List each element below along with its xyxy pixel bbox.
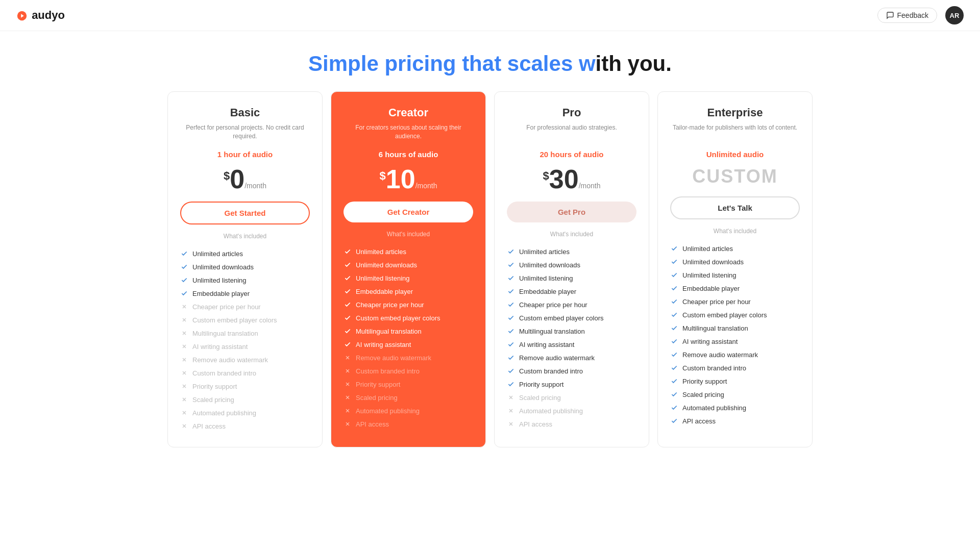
check-icon-white	[344, 314, 352, 322]
feature-text: Cheaper price per hour	[682, 298, 751, 306]
feature-text: Unlimited articles	[519, 248, 570, 256]
plan-period: /month	[244, 182, 266, 190]
plan-period: /month	[415, 182, 437, 190]
feature-text: Remove audio watermark	[519, 354, 595, 362]
feature-item: API access	[507, 417, 636, 431]
feature-item: Multilingual translation	[344, 324, 473, 338]
feature-list-enterprise: Unlimited articlesUnlimited downloadsUnl…	[670, 242, 800, 428]
plan-btn-basic[interactable]: Get Started	[180, 202, 310, 224]
feature-text: Custom branded intro	[519, 367, 583, 375]
feature-item: Embeddable player	[344, 285, 473, 298]
feature-text-white: Custom embed player colors	[356, 314, 440, 322]
plan-btn-creator[interactable]: Get Creator	[344, 202, 473, 222]
plan-audio-basic: 1 hour of audio	[180, 150, 310, 159]
cross-icon	[180, 316, 188, 324]
check-icon-blue	[507, 274, 515, 282]
check-icon-white	[344, 287, 352, 295]
check-icon-blue	[507, 287, 515, 295]
check-icon-blue	[507, 314, 515, 322]
check-icon-blue	[670, 417, 678, 425]
feature-item: Unlimited downloads	[344, 258, 473, 271]
feature-text: Custom branded intro	[682, 364, 746, 372]
feature-text: Unlimited downloads	[519, 261, 580, 269]
plan-name-pro: Pro	[507, 106, 636, 119]
feature-text-disabled: Scaled pricing	[356, 394, 398, 402]
check-icon-white	[344, 340, 352, 348]
check-icon-blue	[670, 404, 678, 412]
feature-item: Scaled pricing	[180, 393, 310, 406]
header-right: Feedback AR	[877, 6, 964, 24]
plan-name-basic: Basic	[180, 106, 310, 119]
feature-text: Automated publishing	[682, 404, 746, 412]
plan-btn-enterprise[interactable]: Let's Talk	[670, 196, 800, 219]
cross-icon	[507, 420, 515, 428]
feature-item: AI writing assistant	[180, 340, 310, 353]
plan-amount: 0	[230, 164, 244, 194]
avatar[interactable]: AR	[945, 6, 964, 24]
check-icon-blue	[670, 311, 678, 319]
plan-desc-enterprise: Tailor-made for publishers with lots of …	[670, 123, 800, 142]
cross-icon	[180, 303, 188, 311]
feature-text: API access	[682, 417, 716, 425]
cross-icon	[507, 407, 515, 415]
feature-item: Unlimited listening	[180, 273, 310, 287]
feature-text: Remove audio watermark	[682, 351, 758, 359]
plan-btn-pro[interactable]: Get Pro	[507, 202, 636, 222]
check-icon-blue	[180, 263, 188, 271]
feature-text: AI writing assistant	[682, 338, 738, 345]
feature-text: Scaled pricing	[682, 391, 724, 398]
feature-text-white: Unlimited articles	[356, 248, 406, 256]
plan-currency: $	[380, 169, 386, 182]
feature-item: AI writing assistant	[670, 335, 800, 348]
feature-text-disabled: API access	[192, 422, 226, 430]
cross-icon	[180, 382, 188, 390]
cross-icon	[344, 420, 352, 428]
feature-item: API access	[344, 417, 473, 431]
plan-card-enterprise: EnterpriseTailor-made for publishers wit…	[657, 91, 813, 447]
feature-item: Unlimited articles	[344, 245, 473, 258]
feature-item: Custom branded intro	[670, 361, 800, 374]
check-icon-blue	[670, 244, 678, 253]
feature-text-white: Cheaper price per hour	[356, 301, 424, 309]
feature-item: Multilingual translation	[507, 324, 636, 338]
plan-period: /month	[579, 182, 601, 190]
check-icon-white	[344, 274, 352, 282]
feature-item: Custom embed player colors	[180, 313, 310, 327]
feature-text-white: Unlimited downloads	[356, 261, 417, 269]
feedback-button[interactable]: Feedback	[877, 8, 937, 23]
feature-text-disabled: AI writing assistant	[192, 343, 248, 350]
feature-item: Cheaper price per hour	[670, 295, 800, 308]
feature-item: Unlimited articles	[180, 247, 310, 260]
page-title: Simple pricing that scales with you.	[0, 31, 980, 91]
feature-text: Cheaper price per hour	[519, 301, 587, 309]
cross-icon	[507, 393, 515, 402]
feature-text: Unlimited listening	[519, 274, 573, 282]
feature-text-white: AI writing assistant	[356, 341, 411, 348]
feedback-icon	[886, 11, 894, 19]
cross-icon	[180, 409, 188, 417]
feature-item: Multilingual translation	[180, 327, 310, 340]
feature-item: Custom embed player colors	[344, 311, 473, 324]
feature-text: Multilingual translation	[682, 324, 748, 332]
check-icon-blue	[507, 327, 515, 335]
feature-text: Priority support	[519, 381, 564, 388]
check-icon-blue	[180, 249, 188, 258]
feature-text: Embeddable player	[682, 285, 740, 292]
feature-item: API access	[180, 419, 310, 433]
cross-icon	[180, 422, 188, 430]
feature-text-disabled: Custom embed player colors	[192, 316, 277, 324]
plan-card-creator: CreatorFor creators serious about scalin…	[331, 91, 486, 447]
feature-text-disabled: Remove audio watermark	[192, 356, 268, 364]
feature-item: Multilingual translation	[670, 321, 800, 335]
feature-text-disabled: Automated publishing	[356, 407, 420, 415]
feature-item: AI writing assistant	[507, 338, 636, 351]
feature-item: Custom embed player colors	[507, 311, 636, 324]
feature-text-white: Multilingual translation	[356, 328, 422, 335]
check-icon-blue	[507, 300, 515, 309]
check-icon-white	[344, 247, 352, 256]
feature-item: Custom embed player colors	[670, 308, 800, 321]
feature-text-disabled: Multilingual translation	[192, 330, 258, 337]
feature-text-disabled: Automated publishing	[519, 407, 583, 415]
check-icon-white	[344, 300, 352, 309]
feature-item: Unlimited articles	[507, 245, 636, 258]
